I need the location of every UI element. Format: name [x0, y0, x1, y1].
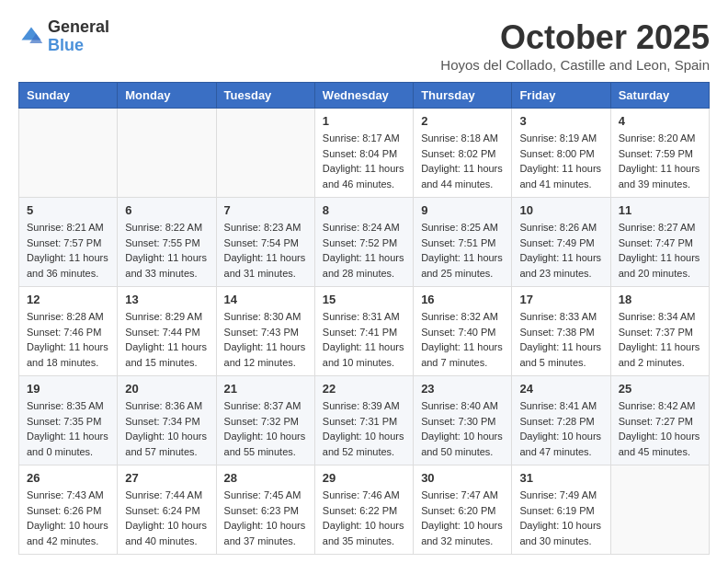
sunrise-text: Sunrise: 8:26 AM — [519, 222, 597, 233]
day-number: 23 — [421, 382, 504, 396]
day-info: Sunrise: 8:24 AM Sunset: 7:52 PM Dayligh… — [323, 220, 405, 281]
daylight-text: Daylight: 11 hours and 28 minutes. — [323, 252, 404, 279]
day-number: 3 — [519, 114, 602, 128]
sunrise-text: Sunrise: 8:27 AM — [619, 222, 696, 233]
day-of-week-header: Saturday — [610, 83, 709, 109]
sunrise-text: Sunrise: 8:37 AM — [224, 400, 301, 411]
day-number: 9 — [421, 203, 504, 217]
sunset-text: Sunset: 7:37 PM — [619, 327, 693, 338]
sunrise-text: Sunrise: 8:41 AM — [519, 400, 597, 411]
sunrise-text: Sunrise: 8:31 AM — [323, 311, 400, 322]
daylight-text: Daylight: 11 hours and 46 minutes. — [323, 163, 404, 190]
calendar-week-row: 12 Sunrise: 8:28 AM Sunset: 7:46 PM Dayl… — [19, 287, 710, 376]
logo-icon — [18, 24, 44, 50]
calendar-cell: 1 Sunrise: 8:17 AM Sunset: 8:04 PM Dayli… — [314, 109, 413, 198]
sunset-text: Sunset: 7:52 PM — [323, 237, 397, 248]
day-info: Sunrise: 8:27 AM Sunset: 7:47 PM Dayligh… — [619, 220, 701, 281]
daylight-text: Daylight: 10 hours and 47 minutes. — [519, 431, 601, 457]
page-header: General Blue October 2025 Hoyos del Coll… — [18, 18, 710, 73]
sunrise-text: Sunrise: 7:43 AM — [27, 489, 104, 500]
day-info: Sunrise: 7:44 AM Sunset: 6:24 PM Dayligh… — [125, 488, 208, 548]
daylight-text: Daylight: 11 hours and 15 minutes. — [125, 341, 207, 368]
calendar-cell — [19, 109, 118, 198]
daylight-text: Daylight: 11 hours and 5 minutes. — [519, 341, 601, 368]
daylight-text: Daylight: 11 hours and 18 minutes. — [27, 341, 108, 368]
calendar-cell: 20 Sunrise: 8:36 AM Sunset: 7:34 PM Dayl… — [118, 376, 216, 465]
day-info: Sunrise: 8:22 AM Sunset: 7:55 PM Dayligh… — [125, 220, 208, 281]
day-number: 15 — [323, 293, 405, 306]
day-number: 4 — [619, 114, 701, 128]
sunrise-text: Sunrise: 8:30 AM — [224, 311, 301, 322]
daylight-text: Daylight: 10 hours and 50 minutes. — [421, 431, 503, 457]
calendar-cell: 19 Sunrise: 8:35 AM Sunset: 7:35 PM Dayl… — [19, 376, 118, 465]
sunset-text: Sunset: 7:34 PM — [125, 416, 199, 427]
calendar-cell: 14 Sunrise: 8:30 AM Sunset: 7:43 PM Dayl… — [216, 287, 314, 376]
calendar-week-row: 1 Sunrise: 8:17 AM Sunset: 8:04 PM Dayli… — [19, 109, 710, 198]
sunrise-text: Sunrise: 8:33 AM — [519, 311, 597, 322]
day-info: Sunrise: 8:25 AM Sunset: 7:51 PM Dayligh… — [421, 220, 504, 281]
sunrise-text: Sunrise: 8:28 AM — [27, 311, 104, 322]
sunrise-text: Sunrise: 8:32 AM — [421, 311, 498, 322]
sunset-text: Sunset: 7:55 PM — [125, 237, 199, 248]
sunset-text: Sunset: 7:44 PM — [125, 327, 199, 338]
daylight-text: Daylight: 11 hours and 41 minutes. — [519, 163, 601, 190]
day-info: Sunrise: 8:26 AM Sunset: 7:49 PM Dayligh… — [519, 220, 602, 281]
day-number: 19 — [27, 382, 109, 396]
sunset-text: Sunset: 7:31 PM — [323, 416, 397, 427]
title-block: October 2025 Hoyos del Collado, Castille… — [440, 18, 710, 73]
daylight-text: Daylight: 10 hours and 52 minutes. — [323, 431, 404, 457]
day-info: Sunrise: 8:20 AM Sunset: 7:59 PM Dayligh… — [619, 131, 701, 191]
day-number: 29 — [323, 471, 405, 485]
day-number: 31 — [519, 471, 602, 485]
day-number: 6 — [125, 203, 208, 217]
logo-blue-text: Blue — [48, 37, 109, 55]
daylight-text: Daylight: 11 hours and 25 minutes. — [421, 252, 503, 279]
day-number: 2 — [421, 114, 504, 128]
day-info: Sunrise: 8:33 AM Sunset: 7:38 PM Dayligh… — [519, 309, 602, 370]
sunrise-text: Sunrise: 8:19 AM — [519, 132, 597, 144]
sunset-text: Sunset: 7:51 PM — [421, 237, 495, 248]
sunrise-text: Sunrise: 7:44 AM — [125, 489, 202, 500]
sunset-text: Sunset: 6:23 PM — [224, 505, 299, 516]
day-of-week-header: Sunday — [19, 83, 118, 109]
calendar-cell: 10 Sunrise: 8:26 AM Sunset: 7:49 PM Dayl… — [512, 198, 610, 287]
calendar-cell — [610, 465, 709, 555]
sunset-text: Sunset: 6:19 PM — [519, 505, 594, 516]
sunset-text: Sunset: 7:32 PM — [224, 416, 299, 427]
day-info: Sunrise: 8:29 AM Sunset: 7:44 PM Dayligh… — [125, 309, 208, 370]
sunrise-text: Sunrise: 7:47 AM — [421, 489, 498, 500]
sunset-text: Sunset: 6:26 PM — [27, 505, 101, 516]
sunset-text: Sunset: 7:49 PM — [519, 237, 594, 248]
sunset-text: Sunset: 7:41 PM — [323, 327, 397, 338]
day-number: 21 — [224, 382, 307, 396]
calendar-cell: 22 Sunrise: 8:39 AM Sunset: 7:31 PM Dayl… — [314, 376, 413, 465]
sunset-text: Sunset: 7:47 PM — [619, 237, 693, 248]
day-info: Sunrise: 7:47 AM Sunset: 6:20 PM Dayligh… — [421, 488, 504, 548]
day-info: Sunrise: 8:19 AM Sunset: 8:00 PM Dayligh… — [519, 131, 602, 191]
calendar-cell: 3 Sunrise: 8:19 AM Sunset: 8:00 PM Dayli… — [512, 109, 610, 198]
day-number: 27 — [125, 471, 208, 485]
day-number: 8 — [323, 203, 405, 217]
sunset-text: Sunset: 7:35 PM — [27, 416, 101, 427]
month-title: October 2025 — [440, 18, 710, 57]
sunset-text: Sunset: 7:54 PM — [224, 237, 299, 248]
sunset-text: Sunset: 7:46 PM — [27, 327, 101, 338]
day-info: Sunrise: 8:35 AM Sunset: 7:35 PM Dayligh… — [27, 398, 109, 459]
calendar-cell: 24 Sunrise: 8:41 AM Sunset: 7:28 PM Dayl… — [512, 376, 610, 465]
sunrise-text: Sunrise: 8:29 AM — [125, 311, 202, 322]
sunset-text: Sunset: 7:43 PM — [224, 327, 299, 338]
daylight-text: Daylight: 10 hours and 40 minutes. — [125, 520, 207, 546]
day-number: 30 — [421, 471, 504, 485]
sunset-text: Sunset: 6:22 PM — [323, 505, 397, 516]
sunrise-text: Sunrise: 8:17 AM — [323, 132, 400, 144]
day-number: 28 — [224, 471, 307, 485]
daylight-text: Daylight: 10 hours and 42 minutes. — [27, 520, 108, 546]
sunset-text: Sunset: 7:59 PM — [619, 148, 693, 159]
sunrise-text: Sunrise: 8:20 AM — [619, 132, 696, 144]
sunrise-text: Sunrise: 8:23 AM — [224, 222, 301, 233]
day-number: 25 — [619, 382, 701, 396]
calendar-cell: 13 Sunrise: 8:29 AM Sunset: 7:44 PM Dayl… — [118, 287, 216, 376]
sunrise-text: Sunrise: 8:24 AM — [323, 222, 400, 233]
day-number: 1 — [323, 114, 405, 128]
calendar-cell: 23 Sunrise: 8:40 AM Sunset: 7:30 PM Dayl… — [414, 376, 512, 465]
